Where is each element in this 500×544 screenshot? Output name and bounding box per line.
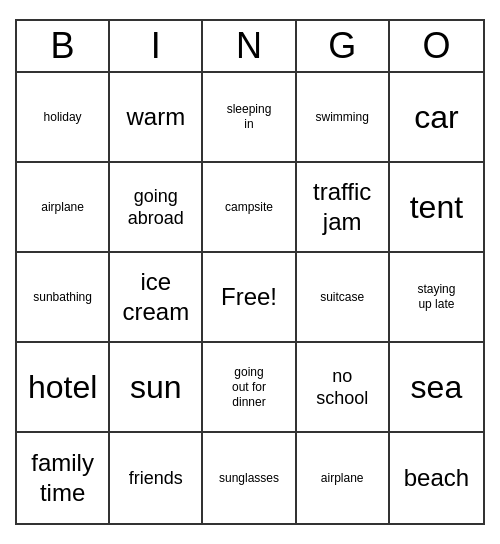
cell-text: traffic jam: [313, 177, 371, 237]
bingo-cell: sun: [110, 343, 203, 433]
bingo-cell: suitcase: [297, 253, 390, 343]
bingo-cell: sleeping in: [203, 73, 296, 163]
cell-text: hotel: [28, 367, 97, 407]
cell-text: suitcase: [320, 290, 364, 305]
bingo-cell: car: [390, 73, 483, 163]
bingo-cell: ice cream: [110, 253, 203, 343]
cell-text: sleeping in: [227, 102, 272, 132]
cell-text: family time: [31, 448, 94, 508]
header-letter: I: [110, 21, 203, 71]
bingo-cell: sunglasses: [203, 433, 296, 523]
bingo-cell: tent: [390, 163, 483, 253]
cell-text: holiday: [44, 110, 82, 125]
cell-text: warm: [126, 102, 185, 132]
bingo-cell: beach: [390, 433, 483, 523]
bingo-cell: family time: [17, 433, 110, 523]
header-letter: O: [390, 21, 483, 71]
cell-text: sun: [130, 367, 182, 407]
cell-text: car: [414, 97, 458, 137]
bingo-cell: staying up late: [390, 253, 483, 343]
cell-text: Free!: [221, 282, 277, 312]
cell-text: no school: [316, 365, 368, 410]
cell-text: going abroad: [128, 185, 184, 230]
cell-text: going out for dinner: [232, 365, 266, 410]
cell-text: airplane: [321, 471, 364, 486]
cell-text: swimming: [316, 110, 369, 125]
bingo-card: BINGO holidaywarmsleeping inswimmingcara…: [15, 19, 485, 525]
bingo-cell: traffic jam: [297, 163, 390, 253]
header-letter: N: [203, 21, 296, 71]
bingo-cell: going abroad: [110, 163, 203, 253]
cell-text: staying up late: [417, 282, 455, 312]
bingo-cell: Free!: [203, 253, 296, 343]
cell-text: campsite: [225, 200, 273, 215]
cell-text: beach: [404, 463, 469, 493]
cell-text: sunglasses: [219, 471, 279, 486]
bingo-cell: campsite: [203, 163, 296, 253]
header-letter: B: [17, 21, 110, 71]
cell-text: friends: [129, 467, 183, 490]
bingo-cell: friends: [110, 433, 203, 523]
bingo-cell: airplane: [17, 163, 110, 253]
bingo-cell: no school: [297, 343, 390, 433]
cell-text: sunbathing: [33, 290, 92, 305]
bingo-header: BINGO: [17, 21, 483, 73]
bingo-cell: sunbathing: [17, 253, 110, 343]
bingo-grid: holidaywarmsleeping inswimmingcarairplan…: [17, 73, 483, 523]
cell-text: airplane: [41, 200, 84, 215]
cell-text: ice cream: [122, 267, 189, 327]
bingo-cell: sea: [390, 343, 483, 433]
header-letter: G: [297, 21, 390, 71]
bingo-cell: holiday: [17, 73, 110, 163]
cell-text: tent: [410, 187, 463, 227]
cell-text: sea: [411, 367, 463, 407]
bingo-cell: airplane: [297, 433, 390, 523]
bingo-cell: warm: [110, 73, 203, 163]
bingo-cell: hotel: [17, 343, 110, 433]
bingo-cell: going out for dinner: [203, 343, 296, 433]
bingo-cell: swimming: [297, 73, 390, 163]
